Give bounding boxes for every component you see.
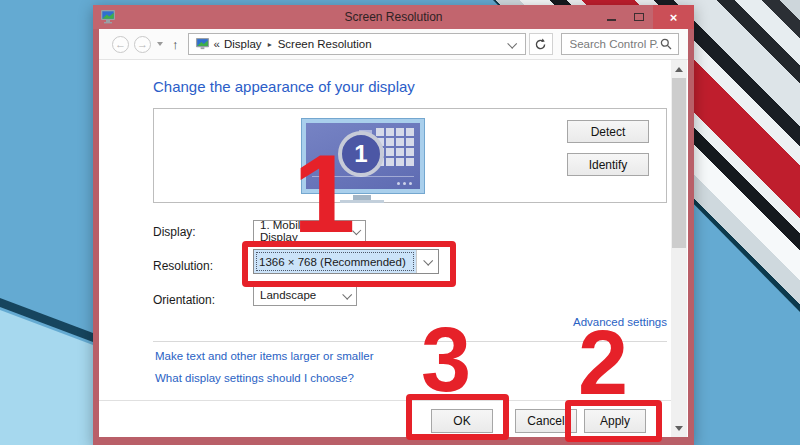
monitor-stand-base — [340, 200, 384, 203]
up-button[interactable]: ↑ — [172, 38, 179, 51]
minimize-icon — [607, 19, 616, 21]
orientation-dropdown[interactable]: Landscape — [253, 284, 357, 306]
close-icon: × — [670, 10, 678, 25]
resolution-dropdown-arrow[interactable] — [416, 250, 438, 273]
scroll-up-icon — [675, 67, 683, 72]
settings-content: Change the appearance of your display 1 — [99, 60, 688, 437]
search-icon — [660, 38, 672, 50]
scroll-down-icon — [675, 426, 683, 431]
screen-resolution-window: Screen Resolution × ← → ↑ — [93, 5, 694, 445]
identify-button[interactable]: Identify — [567, 153, 649, 176]
make-text-larger-link[interactable]: Make text and other items larger or smal… — [155, 350, 374, 362]
monitor-preview[interactable]: 1 — [301, 118, 425, 194]
resolution-dropdown-value: 1366 × 768 (Recommended) — [254, 250, 416, 273]
up-icon: ↑ — [172, 37, 179, 52]
breadcrumb-separator-icon[interactable]: ▸ — [268, 40, 272, 49]
monitor-screen: 1 — [306, 123, 420, 189]
vertical-scrollbar[interactable] — [671, 60, 687, 437]
buttons-divider — [99, 400, 672, 401]
navigation-toolbar: ← → ↑ « Display ▸ Screen Resolution — [99, 29, 688, 60]
search-input[interactable] — [568, 37, 660, 51]
scrollbar-thumb[interactable] — [672, 78, 686, 248]
display-dropdown-value: 1. Mobile PC Display — [260, 219, 353, 243]
resolution-dropdown[interactable]: 1366 × 768 (Recommended) — [253, 249, 439, 274]
address-bar[interactable]: « Display ▸ Screen Resolution — [188, 33, 526, 55]
search-box[interactable] — [561, 33, 679, 55]
monitor-number-badge: 1 — [338, 131, 384, 177]
resolution-label: Resolution: — [153, 259, 213, 273]
what-settings-link[interactable]: What display settings should I choose? — [155, 372, 354, 384]
refresh-button[interactable] — [529, 33, 553, 55]
window-body: ← → ↑ « Display ▸ Screen Resolution — [99, 29, 688, 437]
forward-icon: → — [137, 39, 148, 50]
back-button[interactable]: ← — [112, 36, 129, 53]
minimize-button[interactable] — [597, 5, 625, 29]
refresh-icon — [534, 38, 547, 51]
display-preview-panel: 1 Detect Identify — [153, 108, 667, 203]
address-dropdown-icon[interactable] — [507, 38, 517, 48]
ok-button[interactable]: OK — [431, 409, 493, 433]
breadcrumb-prefix: « — [214, 38, 220, 50]
monitor-taskbar-line — [312, 176, 414, 177]
scroll-up-button[interactable] — [671, 61, 687, 77]
address-monitor-icon — [195, 37, 210, 51]
back-icon: ← — [115, 39, 126, 50]
cancel-button[interactable]: Cancel — [515, 409, 577, 433]
monitor-dots — [397, 182, 412, 185]
maximize-icon — [634, 13, 644, 21]
orientation-label: Orientation: — [153, 293, 215, 307]
page-title: Change the appearance of your display — [153, 78, 415, 95]
chevron-down-icon — [423, 256, 433, 266]
display-label: Display: — [153, 225, 196, 239]
divider — [153, 341, 667, 342]
breadcrumb-item-screen-resolution[interactable]: Screen Resolution — [278, 38, 372, 50]
detect-button[interactable]: Detect — [567, 120, 649, 143]
chevron-down-icon — [352, 226, 361, 235]
orientation-dropdown-value: Landscape — [260, 289, 316, 301]
breadcrumb-item-display[interactable]: Display — [224, 38, 262, 50]
recent-pages-caret-icon[interactable] — [157, 42, 163, 46]
close-button[interactable]: × — [653, 5, 694, 29]
advanced-settings-link[interactable]: Advanced settings — [573, 316, 667, 328]
chevron-down-icon — [342, 289, 352, 299]
forward-button[interactable]: → — [134, 36, 151, 53]
maximize-button[interactable] — [625, 5, 653, 29]
apply-button[interactable]: Apply — [584, 409, 646, 433]
scroll-down-button[interactable] — [671, 420, 687, 436]
titlebar[interactable]: Screen Resolution × — [93, 5, 694, 29]
display-dropdown[interactable]: 1. Mobile PC Display — [253, 220, 366, 242]
